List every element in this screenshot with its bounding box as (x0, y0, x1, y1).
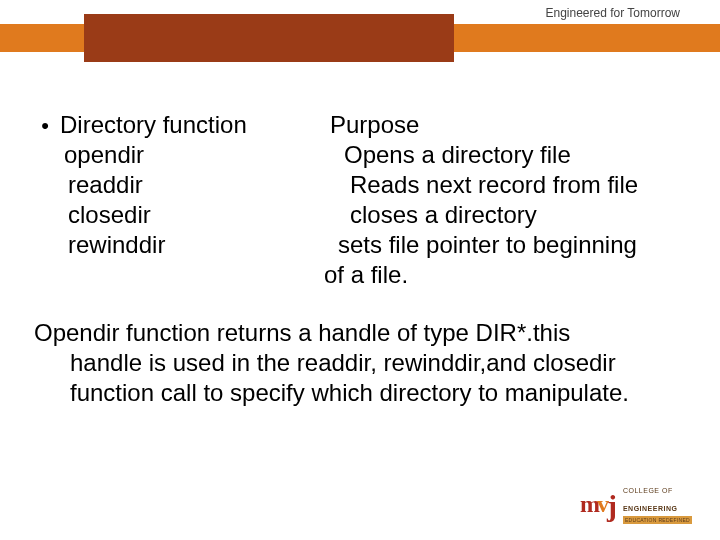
func-desc-3: sets file pointer to beginning (324, 230, 686, 260)
footer-logo: mvj COLLEGE OF ENGINEERING EDUCATION RED… (580, 479, 692, 524)
logo-text-1: COLLEGE OF (623, 487, 673, 494)
logo-text-2: ENGINEERING (623, 505, 678, 512)
para-line-2: handle is used in the readdir, rewinddir… (34, 348, 686, 378)
header-notch (84, 14, 454, 62)
paragraph: Opendir function returns a handle of typ… (34, 318, 686, 408)
trailing-row: of a file. (34, 260, 686, 290)
item-row-1: readdir Reads next record from file (34, 170, 686, 200)
para-line-1: Opendir function returns a handle of typ… (34, 318, 686, 348)
item-row-2: closedir closes a directory (34, 200, 686, 230)
content-area: • Directory function Purpose opendir Ope… (0, 110, 720, 408)
func-name-3: rewinddir (34, 230, 324, 260)
func-desc-0: Opens a directory file (324, 140, 686, 170)
func-desc-2: closes a directory (324, 200, 686, 230)
header-tagline: Engineered for Tomorrow (545, 6, 680, 20)
func-name-0: opendir (34, 140, 324, 170)
func-desc-1: Reads next record from file (324, 170, 686, 200)
right-heading: Purpose (324, 110, 686, 140)
logo-subtext: EDUCATION REDEFINED (623, 516, 692, 524)
func-name-1: readdir (34, 170, 324, 200)
slide: Engineered for Tomorrow • Directory func… (0, 0, 720, 540)
para-line-3: function call to specify which directory… (34, 378, 686, 408)
left-heading: Directory function (60, 110, 247, 140)
item-row-3: rewinddir sets file pointer to beginning (34, 230, 686, 260)
item-row-0: opendir Opens a directory file (34, 140, 686, 170)
bullet-dot-icon: • (40, 112, 50, 140)
func-name-2: closedir (34, 200, 324, 230)
heading-row: • Directory function Purpose (34, 110, 686, 140)
trailing-right: of a file. (324, 260, 686, 290)
logo-mark-icon: mvj (580, 485, 617, 519)
